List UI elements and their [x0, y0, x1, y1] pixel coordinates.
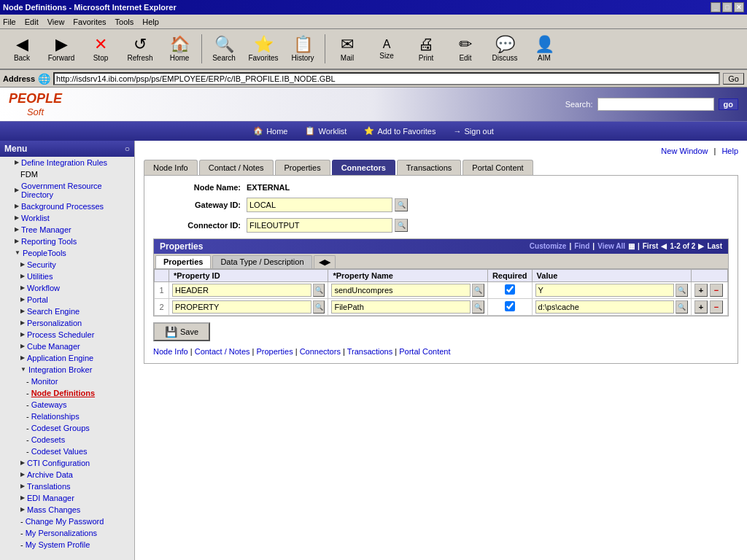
sidebar-link-change-password[interactable]: Change My Password: [26, 517, 104, 526]
row-1-delete-button[interactable]: −: [710, 284, 723, 297]
sidebar-item-workflow[interactable]: ▶ Workflow: [0, 282, 134, 294]
sidebar-link-bg-processes[interactable]: Background Processes: [21, 202, 104, 211]
sidebar-link-worklist[interactable]: Worklist: [21, 214, 50, 222]
sidebar-item-my-system-profile[interactable]: - My System Profile: [0, 539, 134, 551]
close-btn[interactable]: ✕: [734, 2, 744, 12]
sidebar-item-codesets[interactable]: - Codesets: [0, 434, 134, 446]
sidebar-link-security[interactable]: Security: [27, 260, 56, 269]
forward-button[interactable]: ▶ Forward: [42, 31, 80, 67]
sidebar-item-change-password[interactable]: - Change My Password: [0, 516, 134, 527]
sidebar-link-monitor[interactable]: Monitor: [31, 377, 58, 386]
sidebar-item-tree-manager[interactable]: ▶ Tree Manager: [0, 224, 134, 236]
sidebar-item-process-scheduler[interactable]: ▶ Process Scheduler: [0, 329, 134, 341]
refresh-button[interactable]: ↺ Refresh: [121, 31, 159, 67]
search-button[interactable]: 🔍 Search: [205, 31, 243, 67]
bottom-link-node-info[interactable]: Node Info: [153, 347, 188, 356]
sidebar-link-utilities[interactable]: Utilities: [27, 272, 53, 281]
home-button[interactable]: 🏠 Home: [160, 31, 198, 67]
sidebar-link-app-engine[interactable]: Application Engine: [27, 354, 93, 362]
row-1-value-lookup[interactable]: 🔍: [676, 284, 688, 297]
nav-prev-icon[interactable]: ◀: [661, 242, 667, 250]
row-2-property-id-input[interactable]: [172, 300, 311, 314]
sidebar-item-search-engine[interactable]: ▶ Search Engine: [0, 306, 134, 317]
find-link[interactable]: Find: [574, 242, 589, 250]
sidebar-item-codeset-groups[interactable]: - Codeset Groups: [0, 422, 134, 434]
sidebar-link-portal[interactable]: Portal: [27, 295, 48, 304]
tab-connectors[interactable]: Connectors: [332, 160, 395, 175]
subtab-properties[interactable]: Properties: [155, 255, 211, 268]
sidebar-item-cube-manager[interactable]: ▶ Cube Manager: [0, 341, 134, 352]
sidebar-link-personalization[interactable]: Personalization: [27, 319, 82, 327]
sidebar-item-cti-config[interactable]: ▶ CTI Configuration: [0, 457, 134, 469]
sidebar-link-edi-manager[interactable]: EDI Manager: [27, 494, 74, 502]
menu-favorites[interactable]: Favorites: [73, 18, 106, 26]
sidebar-item-codeset-values[interactable]: - Codeset Values: [0, 446, 134, 457]
tab-properties[interactable]: Properties: [275, 160, 330, 175]
sidebar-item-archive-data[interactable]: ▶ Archive Data: [0, 469, 134, 481]
row-2-property-id-lookup[interactable]: 🔍: [313, 300, 325, 314]
mail-button[interactable]: ✉ Mail: [328, 31, 366, 67]
aim-button[interactable]: 👤 AIM: [525, 31, 563, 67]
row-2-required-checkbox[interactable]: [505, 301, 515, 311]
gateway-id-input[interactable]: [247, 198, 392, 212]
sidebar-link-gateways[interactable]: Gateways: [31, 400, 67, 409]
row-2-property-name-lookup[interactable]: 🔍: [472, 300, 484, 314]
discuss-button[interactable]: 💬 Discuss: [486, 31, 524, 67]
bottom-link-properties[interactable]: Properties: [257, 347, 293, 356]
bottom-link-transactions[interactable]: Transactions: [347, 347, 393, 356]
sidebar-item-integration-broker[interactable]: ▼ Integration Broker: [0, 364, 134, 376]
menu-edit[interactable]: Edit: [25, 18, 39, 26]
sidebar-link-search-engine[interactable]: Search Engine: [27, 307, 80, 316]
bottom-link-contact-notes[interactable]: Contact / Notes: [195, 347, 250, 356]
sidebar-item-bg-processes[interactable]: ▶ Background Processes: [0, 201, 134, 212]
row-2-add-button[interactable]: +: [694, 300, 708, 314]
sidebar-link-my-system-profile[interactable]: My System Profile: [26, 540, 90, 549]
sidebar-item-peopletools[interactable]: ▼ PeopleTools: [0, 247, 134, 259]
title-bar-buttons[interactable]: _ □ ✕: [711, 2, 744, 12]
sidebar-link-integration-broker[interactable]: Integration Broker: [28, 365, 92, 374]
bottom-link-portal-content[interactable]: Portal Content: [399, 347, 450, 356]
nav-worklist[interactable]: 📋 Worklist: [305, 126, 347, 136]
sidebar-item-translations[interactable]: ▶ Translations: [0, 481, 134, 492]
connector-id-lookup[interactable]: 🔍: [395, 219, 408, 232]
row-1-property-id-lookup[interactable]: 🔍: [313, 284, 325, 297]
tab-transactions[interactable]: Transactions: [397, 160, 462, 175]
connector-id-input[interactable]: [247, 218, 392, 233]
row-1-add-button[interactable]: +: [694, 284, 708, 297]
nav-next-icon[interactable]: ▶: [698, 242, 704, 250]
sidebar-item-security[interactable]: ▶ Security: [0, 259, 134, 271]
go-button[interactable]: Go: [723, 73, 744, 85]
sidebar-options-icon[interactable]: ○: [125, 144, 130, 154]
tab-portal-content[interactable]: Portal Content: [462, 160, 533, 175]
sidebar-link-tree-manager[interactable]: Tree Manager: [21, 225, 71, 234]
favorites-button[interactable]: ⭐ Favorites: [244, 31, 282, 67]
sidebar-link-translations[interactable]: Translations: [27, 482, 71, 491]
nav-home[interactable]: 🏠 Home: [253, 126, 287, 136]
sidebar-link-codeset-values[interactable]: Codeset Values: [31, 447, 88, 456]
sidebar-item-monitor[interactable]: - Monitor: [0, 376, 134, 387]
sidebar-link-gov-resource[interactable]: Government Resource Directory: [21, 182, 130, 199]
sidebar-link-cti-config[interactable]: CTI Configuration: [27, 459, 90, 467]
menu-tools[interactable]: Tools: [115, 18, 134, 26]
ps-go-button[interactable]: go: [719, 98, 738, 110]
sidebar-item-gov-resource[interactable]: ▶ Government Resource Directory: [0, 180, 134, 201]
tab-contact-notes[interactable]: Contact / Notes: [199, 160, 274, 175]
sidebar-link-process-scheduler[interactable]: Process Scheduler: [27, 330, 94, 339]
row-2-value-lookup[interactable]: 🔍: [676, 300, 688, 314]
nav-sign-out[interactable]: → Sign out: [453, 127, 493, 136]
new-window-link[interactable]: New Window: [661, 147, 708, 155]
sidebar-item-personalization[interactable]: ▶ Personalization: [0, 317, 134, 329]
sidebar-link-node-definitions[interactable]: Node Definitions: [31, 389, 95, 397]
bottom-link-connectors[interactable]: Connectors: [300, 347, 341, 356]
sidebar-link-my-personalizations[interactable]: My Personalizations: [26, 529, 97, 537]
row-2-value-input[interactable]: [535, 300, 675, 314]
sidebar-item-my-personalizations[interactable]: - My Personalizations: [0, 527, 134, 539]
sidebar-link-reporting-tools[interactable]: Reporting Tools: [21, 237, 77, 246]
edit-button[interactable]: ✏ Edit: [446, 31, 484, 67]
sidebar-item-relationships[interactable]: - Relationships: [0, 411, 134, 422]
sidebar-link-mass-changes[interactable]: Mass Changes: [27, 505, 80, 514]
sidebar-item-app-engine[interactable]: ▶ Application Engine: [0, 352, 134, 364]
sidebar-link-archive-data[interactable]: Archive Data: [27, 470, 73, 479]
minimize-btn[interactable]: _: [711, 2, 721, 12]
history-button[interactable]: 📋 History: [284, 31, 322, 67]
